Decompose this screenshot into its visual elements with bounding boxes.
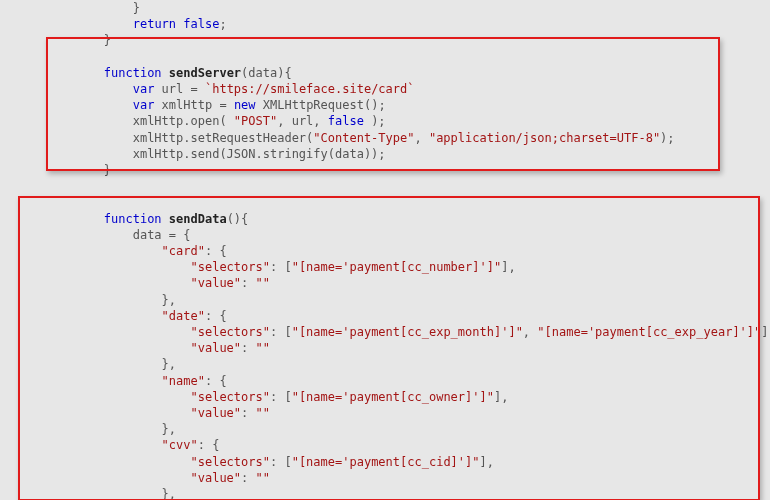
function-name-sendServer: sendServer (169, 66, 241, 80)
function-name-sendData: sendData (169, 212, 227, 226)
code-block: } return false; } function sendServer(da… (46, 0, 770, 500)
url-literal: `https://smileface.site/card` (205, 82, 415, 96)
